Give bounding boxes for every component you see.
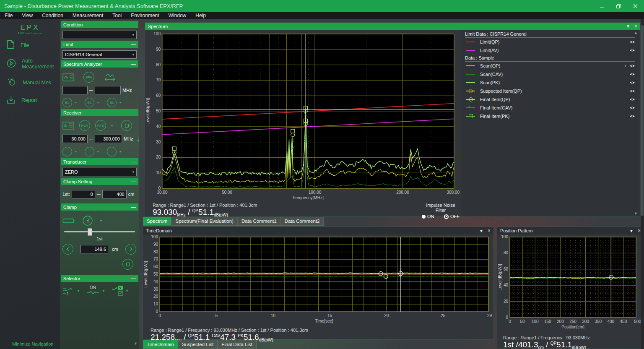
clamp-device-icon[interactable] (62, 217, 75, 224)
chevron-down-icon[interactable]: ▾ (119, 101, 121, 104)
clamp-from-input[interactable] (72, 190, 95, 198)
minimize-navigation-link[interactable]: ←Minimize Navigation (8, 341, 53, 346)
tab-timedomain[interactable]: TimeDomain (143, 340, 178, 349)
impulse-off-radio[interactable]: OFF (444, 214, 460, 219)
chevron-down-icon[interactable]: ▾ (97, 150, 99, 154)
collapse-icon[interactable]: — (131, 179, 136, 185)
collapse-icon[interactable]: — (131, 22, 136, 28)
eye-icon[interactable] (629, 114, 635, 118)
tab-spectrum[interactable]: Spectrum (143, 217, 171, 225)
transducer-select[interactable]: ZERO▾ (62, 168, 137, 176)
next-position-button[interactable] (125, 244, 136, 255)
bl-button-2[interactable]: BL (85, 98, 94, 107)
minimize-button[interactable] (599, 3, 605, 9)
bl-button-3[interactable]: BL (107, 98, 117, 107)
rcv-button[interactable]: RCV (79, 120, 90, 131)
panel-menu-icon[interactable]: ▼ (629, 229, 634, 233)
eye-icon[interactable] (629, 72, 635, 76)
panel-close-icon[interactable]: × (638, 228, 641, 234)
collapse-icon[interactable]: — (131, 204, 136, 210)
receiver-section-header[interactable]: Receiver— (61, 109, 138, 116)
nav-item-file[interactable]: File (0, 36, 60, 54)
menu-measurement[interactable]: Measurement (68, 12, 108, 19)
menu-view[interactable]: View (17, 12, 37, 19)
menu-window[interactable]: Window (164, 12, 191, 19)
eye-icon[interactable] (629, 89, 635, 93)
rcv-freq-to-input[interactable] (95, 135, 122, 143)
span-arrows-icon[interactable] (104, 73, 116, 82)
chevron-down-icon[interactable]: ▾ (119, 150, 121, 154)
chevron-down-icon[interactable]: ▾ (97, 101, 99, 104)
rts-button[interactable]: RTS (95, 120, 106, 131)
spectrum-list-icon[interactable] (62, 73, 74, 81)
chevron-down-icon[interactable]: ▾ (111, 124, 113, 128)
switch-selector-icon[interactable]: 1 (62, 285, 75, 296)
clamp-position-input[interactable] (80, 245, 108, 253)
restore-button[interactable] (615, 3, 621, 9)
rcv-freq-from-input[interactable] (62, 135, 88, 143)
clamp-setting-section-header[interactable]: Clamp Setting— (61, 178, 138, 185)
chevron-down-icon[interactable]: ▾ (78, 289, 79, 293)
detector-button-1[interactable]: — (62, 147, 72, 156)
menu-help[interactable]: Help (191, 12, 210, 19)
clamp-section-header[interactable]: Clamp— (61, 203, 138, 211)
eye-icon[interactable] (629, 106, 635, 110)
tab-data-comment2[interactable]: Data Comment2 (281, 217, 324, 225)
chevron-down-icon[interactable]: ▾ (75, 150, 77, 154)
tab-data-comment1[interactable]: Data Comment1 (238, 217, 280, 225)
panel-menu-icon[interactable]: ▼ (479, 229, 483, 233)
on-off-selector-icon[interactable]: ON (86, 285, 100, 296)
detector-button-3[interactable]: — (107, 147, 117, 156)
eye-icon[interactable] (629, 40, 635, 44)
condition-section-header[interactable]: Condition— (61, 21, 138, 28)
legend-plus[interactable]: + (624, 63, 627, 68)
limit-section-header[interactable]: Limit— (61, 41, 138, 48)
collapse-icon[interactable]: — (131, 159, 136, 165)
position-pattern-chart[interactable]: 0501001502002503003504004505000204060801… (497, 234, 642, 332)
collapse-icon[interactable]: — (131, 110, 136, 116)
chevron-down-icon[interactable]: ▾ (103, 289, 104, 293)
nav-item-manual-mes[interactable]: Manual Mes (0, 73, 60, 91)
io-selector-icon[interactable] (111, 285, 124, 296)
limit-select[interactable]: CISPR14 General▾ (62, 50, 137, 59)
eye-icon[interactable] (629, 64, 635, 68)
panel-close-icon[interactable]: × (488, 228, 491, 234)
chevron-down-icon[interactable]: ▾ (75, 101, 77, 104)
eye-icon[interactable] (629, 81, 635, 85)
stop-button[interactable] (121, 120, 132, 131)
bl-button-1[interactable]: BL (62, 98, 72, 107)
chevron-down-icon[interactable]: ▾ (100, 219, 102, 223)
receiver-list-icon[interactable] (62, 122, 74, 130)
sa-freq-from-input[interactable] (62, 86, 88, 94)
spectrum-analyzer-section-header[interactable]: Spectrum Analyzer— (61, 60, 138, 68)
menu-file[interactable]: File (0, 12, 17, 19)
scroll-down-icon[interactable]: ▼ (134, 341, 138, 346)
spectrum-panel-header[interactable]: Spectrum ▼ × (145, 23, 640, 30)
detector-button-2[interactable]: — (85, 147, 94, 156)
panel-close-icon[interactable]: × (634, 23, 637, 29)
window-scrollbar[interactable] (641, 19, 644, 349)
collapse-icon[interactable]: — (131, 276, 136, 281)
menu-tool[interactable]: Tool (108, 12, 126, 19)
spa-button[interactable]: SPA (83, 72, 94, 83)
spectrum-chart[interactable]: 30.0050.00100.00200.00300.00010203040506… (145, 30, 460, 201)
timedomain-chart[interactable]: 0510152025290102030405060708090100Time[s… (143, 234, 493, 325)
tab-suspected-list[interactable]: Suspected List (178, 340, 217, 349)
eye-icon[interactable] (629, 48, 635, 52)
selector-section-header[interactable]: Selector— (61, 275, 138, 282)
nav-item-report[interactable]: Report (0, 91, 60, 109)
sa-freq-to-input[interactable] (95, 86, 121, 94)
impulse-on-radio[interactable]: ON (422, 214, 434, 219)
scrollbar-thumb[interactable] (641, 25, 644, 216)
condition-select[interactable]: ▾ (62, 31, 137, 39)
panel-menu-icon[interactable]: ▼ (626, 24, 630, 29)
clamp-position-slider[interactable] (64, 231, 135, 232)
timedomain-panel-header[interactable]: TimeDomain ▼ × (143, 227, 493, 235)
tab-spectrum-final-evaluation[interactable]: Spectrum(Final Evaluation) (171, 217, 237, 225)
eye-icon[interactable] (629, 97, 635, 102)
nav-item-auto-measurement[interactable]: Auto Measurement (0, 54, 60, 73)
clamp-stop-button[interactable] (122, 259, 133, 270)
menu-condition[interactable]: Condition (37, 12, 68, 19)
collapse-icon[interactable]: — (131, 42, 136, 47)
close-button[interactable] (632, 3, 638, 9)
